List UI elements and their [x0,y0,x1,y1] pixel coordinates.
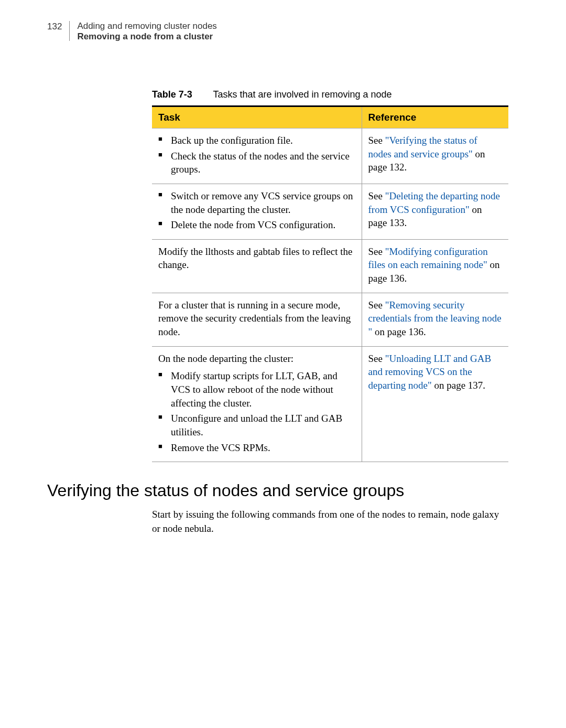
body-paragraph: Start by issuing the following commands … [152,508,508,536]
table-row: Switch or remove any VCS service groups … [152,184,508,239]
ref-prefix: See [368,299,385,311]
header-divider [69,21,70,41]
table-row: For a cluster that is running in a secur… [152,293,508,346]
table-row: Modify the llthosts and gabtab files to … [152,239,508,293]
table-row: Back up the configuration file. Check th… [152,129,508,184]
list-item: Back up the configuration file. [158,134,355,147]
task-text: Modify the llthosts and gabtab files to … [152,239,362,293]
column-header-reference: Reference [362,106,508,129]
table-row: On the node departing the cluster: Modif… [152,346,508,462]
task-text: For a cluster that is running in a secur… [152,293,362,346]
ref-suffix: on page 136. [372,326,426,337]
tasks-table: Task Reference Back up the configuration… [152,105,508,462]
list-item: Remove the VCS RPMs. [158,441,355,455]
table-caption: Table 7-3 Tasks that are involved in rem… [152,89,508,100]
column-header-task: Task [152,106,362,129]
section-title: Removing a node from a cluster [77,31,217,42]
list-item: Delete the node from VCS configuration. [158,218,355,232]
table-caption-text: Tasks that are involved in removing a no… [213,89,391,100]
cross-reference-link[interactable]: "Verifying the status of nodes and servi… [368,135,477,159]
ref-prefix: See [368,246,385,257]
table-caption-label: Table 7-3 [152,89,192,100]
ref-prefix: See [368,190,385,201]
task-lead: On the node departing the cluster: [158,352,355,366]
list-item: Check the status of the nodes and the se… [158,149,355,176]
ref-prefix: See [368,353,385,364]
page-header: 132 Adding and removing cluster nodes Re… [47,21,508,42]
ref-prefix: See [368,135,385,146]
ref-suffix: on page 137. [432,380,485,391]
chapter-title: Adding and removing cluster nodes [77,21,217,31]
page-number: 132 [47,21,62,32]
cross-reference-link[interactable]: "Modifying configuration files on each r… [368,246,488,271]
list-item: Switch or remove any VCS service groups … [158,189,355,216]
list-item: Unconfigure and unload the LLT and GAB u… [158,412,355,438]
subsection-heading: Verifying the status of nodes and servic… [47,481,508,500]
list-item: Modify startup scripts for LLT, GAB, and… [158,369,355,410]
